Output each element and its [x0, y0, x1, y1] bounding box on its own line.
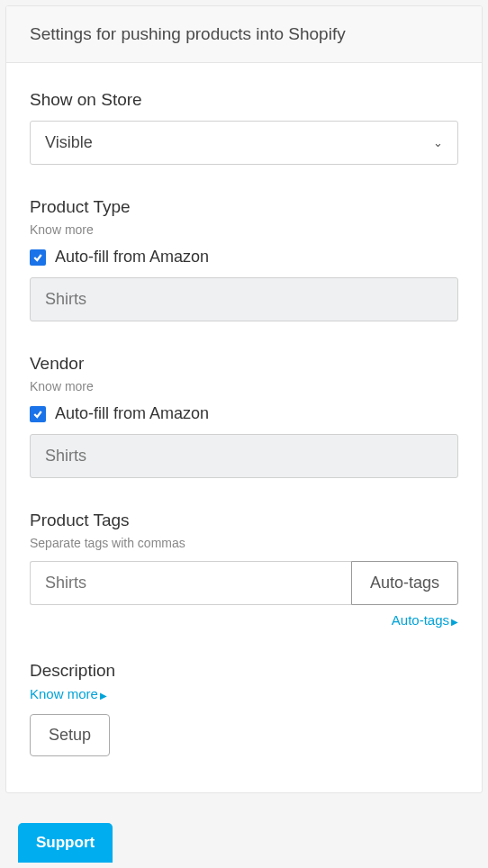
show-on-store-value: Visible: [45, 133, 93, 152]
vendor-autofill-row: Auto-fill from Amazon: [30, 404, 458, 423]
caret-right-icon: ▶: [451, 617, 458, 627]
vendor-autofill-label: Auto-fill from Amazon: [55, 404, 209, 423]
check-icon: [32, 409, 43, 420]
auto-tags-link-row: Auto-tags▶: [30, 612, 458, 628]
product-type-group: Product Type Know more Auto-fill from Am…: [30, 197, 458, 321]
panel-title: Settings for pushing products into Shopi…: [30, 24, 458, 44]
panel-body: Show on Store Visible ⌄ Product Type Kno…: [6, 63, 482, 792]
product-type-label: Product Type: [30, 197, 458, 217]
show-on-store-label: Show on Store: [30, 90, 458, 110]
show-on-store-select[interactable]: Visible ⌄: [30, 121, 458, 165]
chevron-down-icon: ⌄: [433, 136, 443, 149]
vendor-input: [30, 434, 458, 478]
product-tags-hint: Separate tags with commas: [30, 536, 458, 550]
product-type-autofill-label: Auto-fill from Amazon: [55, 248, 209, 267]
description-group: Description Know more▶ Setup: [30, 661, 458, 756]
product-tags-input-row: Auto-tags: [30, 561, 458, 605]
product-type-autofill-checkbox[interactable]: [30, 249, 46, 266]
auto-tags-link[interactable]: Auto-tags▶: [392, 612, 458, 628]
show-on-store-group: Show on Store Visible ⌄: [30, 90, 458, 165]
product-type-autofill-row: Auto-fill from Amazon: [30, 248, 458, 267]
vendor-group: Vendor Know more Auto-fill from Amazon: [30, 354, 458, 478]
product-type-hint[interactable]: Know more: [30, 222, 458, 237]
support-button[interactable]: Support: [18, 823, 113, 863]
settings-panel: Settings for pushing products into Shopi…: [5, 5, 483, 793]
product-tags-input[interactable]: [30, 561, 351, 605]
check-icon: [32, 252, 43, 263]
product-tags-label: Product Tags: [30, 511, 458, 530]
vendor-label: Vendor: [30, 354, 458, 374]
setup-button[interactable]: Setup: [30, 714, 110, 756]
auto-tags-button[interactable]: Auto-tags: [351, 561, 458, 605]
vendor-hint[interactable]: Know more: [30, 379, 458, 393]
product-tags-group: Product Tags Separate tags with commas A…: [30, 511, 458, 628]
vendor-autofill-checkbox[interactable]: [30, 406, 46, 422]
panel-header: Settings for pushing products into Shopi…: [6, 6, 482, 63]
product-type-input: [30, 277, 458, 321]
description-label: Description: [30, 661, 458, 681]
caret-right-icon: ▶: [100, 691, 107, 701]
description-know-more-link[interactable]: Know more▶: [30, 686, 458, 701]
